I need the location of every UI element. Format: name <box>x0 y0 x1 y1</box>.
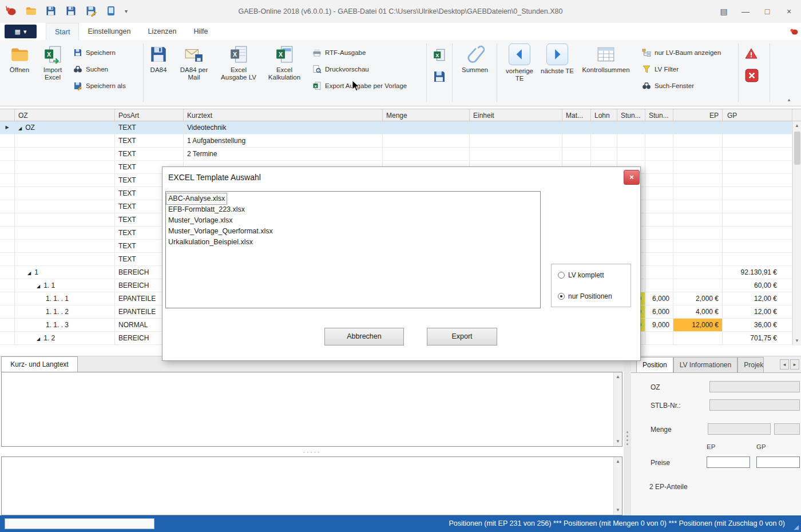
cell-gp[interactable]: 92.130,91 € <box>723 266 792 279</box>
cell-lohn[interactable] <box>591 121 617 134</box>
scroll-down-icon[interactable]: ▼ <box>614 506 622 515</box>
cell-gp[interactable]: 60,00 € <box>723 279 792 292</box>
stlb-field[interactable] <box>709 399 800 411</box>
tab-next-icon[interactable]: ▸ <box>790 359 799 370</box>
table-row[interactable]: TEXT2 Termine <box>0 148 801 161</box>
cell-stun2[interactable]: 6,000 <box>645 292 673 305</box>
tab-lizenzen[interactable]: Lizenzen <box>139 23 185 40</box>
cell-einheit[interactable] <box>470 134 562 147</box>
cell-ep[interactable] <box>673 332 723 344</box>
radio-lv-komplett[interactable]: LV komplett <box>558 271 604 279</box>
druckvorschau-button[interactable]: Druckvorschau <box>312 63 369 75</box>
kurztext-scrollbar[interactable]: ▲ ▼ <box>613 372 622 446</box>
cell-ep[interactable] <box>673 227 723 239</box>
cell-oz[interactable]: ◢1. 1 <box>15 279 115 292</box>
cell-ep[interactable] <box>673 253 723 265</box>
table-row[interactable]: ▶◢OZTEXTVideotechnik <box>0 121 801 134</box>
excel-kalkulation-button[interactable]: X Excel Kalkulation <box>262 43 307 81</box>
cell-ep[interactable]: 12,000 € <box>673 319 723 331</box>
radio-nur-positionen[interactable]: nur Positionen <box>558 292 612 300</box>
speichern-als-button[interactable]: Speichern als <box>73 80 126 92</box>
list-item-template[interactable]: Muster_Vorlage.xlsx <box>166 215 235 226</box>
cell-ep[interactable] <box>673 200 723 213</box>
cell-stun2[interactable] <box>645 161 673 173</box>
cell-stun2[interactable] <box>645 134 673 147</box>
kontrollsummen-button[interactable]: Kontrollsummen <box>579 43 633 74</box>
cell-oz[interactable] <box>15 253 115 265</box>
cell-ep[interactable] <box>673 279 723 292</box>
scroll-up-icon[interactable]: ▲ <box>614 372 622 382</box>
cell-oz[interactable] <box>15 161 115 173</box>
cell-gp[interactable] <box>723 121 792 134</box>
preis-gp-field[interactable] <box>756 456 800 468</box>
collapse-ribbon-icon[interactable]: ▴ <box>784 95 794 104</box>
scroll-down-icon[interactable]: ▼ <box>614 437 622 446</box>
cell-gp[interactable] <box>723 253 792 265</box>
scroll-down-icon[interactable]: ▼ <box>793 336 801 346</box>
export-vorlage-button[interactable]: X Export Ausgabe per Vorlage <box>312 80 407 92</box>
cell-oz[interactable] <box>15 227 115 239</box>
cell-gp[interactable] <box>723 240 792 252</box>
vertical-splitter[interactable] <box>624 356 631 515</box>
cell-gp[interactable] <box>723 148 792 160</box>
column-header-stunden1[interactable]: Stun... <box>617 109 645 121</box>
save-as-icon[interactable] <box>85 5 97 17</box>
table-row[interactable]: TEXT1 Aufgabenstellung <box>0 134 801 148</box>
cell-stun2[interactable] <box>645 121 673 134</box>
cell-oz[interactable]: ◢1. 2 <box>15 332 115 344</box>
resize-grip-icon[interactable]: ◢ <box>794 523 799 531</box>
excel-mini-icon[interactable]: X <box>433 48 446 62</box>
cell-posart[interactable]: TEXT <box>115 121 184 134</box>
cell-stun2[interactable] <box>645 200 673 213</box>
cell-posart[interactable]: TEXT <box>115 134 184 147</box>
cell-stun1[interactable] <box>617 134 645 147</box>
cell-posart[interactable]: TEXT <box>115 148 184 160</box>
cell-oz[interactable] <box>15 174 115 186</box>
cell-gp[interactable] <box>723 213 792 226</box>
cell-kurztext[interactable]: 1 Aufgabenstellung <box>184 134 383 147</box>
summen-button[interactable]: Summen <box>457 43 493 74</box>
tab-lv-informationen[interactable]: LV Informationen <box>673 357 738 372</box>
grid-vertical-scrollbar[interactable]: ▲ ▼ <box>792 121 801 346</box>
cell-einheit[interactable] <box>470 148 562 160</box>
excel-ausgabe-lv-button[interactable]: X Excel Ausgabe LV <box>217 43 260 81</box>
dialog-close-button[interactable]: × <box>624 170 640 185</box>
column-header-mat[interactable]: Mat... <box>562 109 591 121</box>
tab-position[interactable]: Position <box>636 357 673 372</box>
cell-gp[interactable] <box>723 134 792 147</box>
column-header-menge[interactable]: Menge <box>383 109 470 121</box>
speichern-button[interactable]: Speichern <box>73 47 116 58</box>
column-header-lohn[interactable]: Lohn <box>591 109 617 121</box>
preis-ep-field[interactable] <box>707 456 750 468</box>
cell-oz[interactable]: ◢1 <box>15 266 115 279</box>
cell-stun2[interactable] <box>645 187 673 200</box>
langtext-scrollbar[interactable]: ▲ ▼ <box>613 457 622 515</box>
export-button[interactable]: Export <box>427 328 497 346</box>
cell-gp[interactable]: 12,00 € <box>723 292 792 305</box>
menge-einheit-field[interactable] <box>774 423 800 435</box>
rtf-ausgabe-button[interactable]: RTF-Ausgabe <box>312 47 366 58</box>
close-red-icon[interactable] <box>745 69 759 82</box>
cell-oz[interactable] <box>15 148 115 160</box>
warning-icon[interactable] <box>744 47 758 61</box>
such-fenster-button[interactable]: Such-Fenster <box>642 80 694 92</box>
cell-kurztext[interactable]: 2 Termine <box>184 148 383 160</box>
cell-stun2[interactable] <box>645 266 673 279</box>
cell-oz[interactable]: ◢OZ <box>15 121 115 134</box>
cell-ep[interactable]: 2,000 € <box>673 292 723 305</box>
cell-stun2[interactable] <box>645 174 673 186</box>
tab-prev-icon[interactable]: ◂ <box>780 359 789 370</box>
da84-button[interactable]: DA84 <box>145 43 172 74</box>
expand-node-icon[interactable]: ◢ <box>37 336 40 342</box>
template-listbox[interactable]: ABC-Analyse.xlsx EFB-Formblatt_223.xlsx … <box>165 191 541 308</box>
cell-mat[interactable] <box>562 134 591 147</box>
cell-stun2[interactable] <box>645 279 673 292</box>
save-da84-icon[interactable] <box>65 5 77 17</box>
maximize-button[interactable]: □ <box>759 4 776 19</box>
cell-ep[interactable] <box>673 187 723 200</box>
cell-lohn[interactable] <box>591 134 617 147</box>
cell-ep[interactable] <box>673 266 723 279</box>
langtext-textarea[interactable]: ▲ ▼ <box>1 456 622 515</box>
tab-start[interactable]: Start <box>46 23 79 40</box>
column-header-kurztext[interactable]: Kurztext <box>184 109 383 121</box>
